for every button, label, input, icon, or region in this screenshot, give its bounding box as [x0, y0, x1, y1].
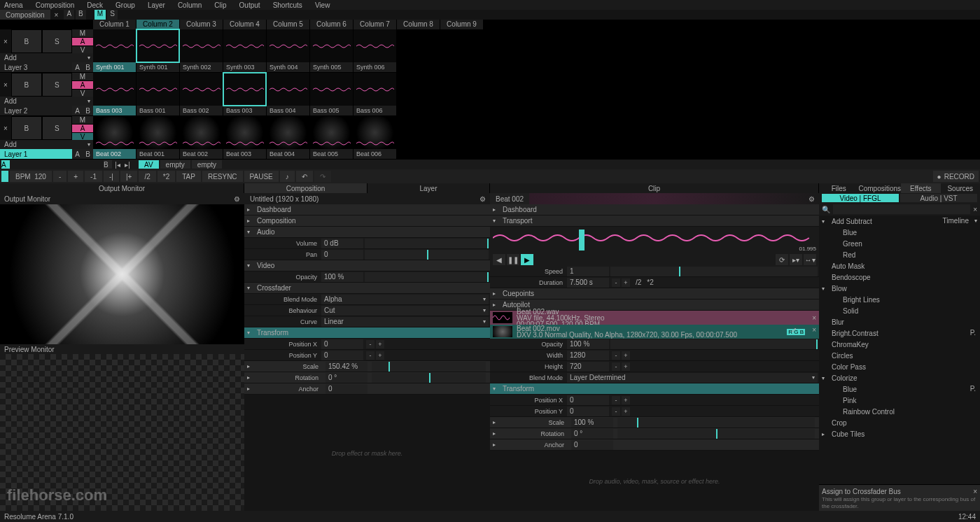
- clip-cell[interactable]: Bass 003: [93, 73, 136, 115]
- layer-m-button[interactable]: M: [72, 116, 93, 125]
- duration-pm[interactable]: -+: [612, 278, 630, 287]
- sources-tab[interactable]: Sources: [941, 183, 980, 193]
- clip-opacity-value[interactable]: 100 %: [567, 339, 609, 349]
- speed-value[interactable]: 1: [567, 267, 609, 276]
- effect-item[interactable]: Crop: [819, 417, 980, 428]
- layer-bypass-button[interactable]: B: [11, 29, 42, 53]
- effect-item[interactable]: Pink: [819, 395, 980, 406]
- clip-cell[interactable]: Beat 005: [310, 116, 354, 159]
- menu-layer[interactable]: Layer: [148, 1, 165, 9]
- height-pm[interactable]: -+: [612, 362, 630, 371]
- comp-anchor-section[interactable]: ▸Anchor0: [244, 383, 490, 395]
- layer-ab-b[interactable]: B: [83, 62, 93, 72]
- layer-tab-panel[interactable]: Layer: [368, 183, 490, 193]
- empty-pill-2[interactable]: empty: [192, 160, 222, 169]
- clip-cell[interactable]: Synth 001: [93, 29, 136, 72]
- audio-vst-tab[interactable]: Audio | VST: [900, 194, 977, 202]
- effect-item[interactable]: Color Pass: [819, 361, 980, 372]
- audio-close-icon[interactable]: ×: [812, 314, 816, 322]
- clip-cell[interactable]: Beat 006: [354, 116, 397, 159]
- effect-item[interactable]: Red: [819, 249, 980, 260]
- play-reverse-button[interactable]: ◀: [493, 254, 505, 265]
- redo-button[interactable]: ↷: [314, 171, 331, 182]
- video-media-block[interactable]: Beat 002.movDXV 3.0 Normal Quality, No A…: [490, 325, 819, 339]
- opacity-value[interactable]: 100 %: [321, 272, 363, 282]
- column-1[interactable]: Column 1: [93, 20, 136, 29]
- composition-tab-panel[interactable]: Composition: [244, 183, 368, 193]
- av-pill[interactable]: AV: [139, 160, 159, 169]
- behaviour-dropdown[interactable]: Cut: [321, 306, 489, 316]
- effect-item[interactable]: Bright Lines: [819, 294, 980, 305]
- clip-drop-hint[interactable]: Drop audio, video, mask, source or effec…: [490, 451, 819, 512]
- layer-solo-button[interactable]: S: [42, 116, 73, 140]
- clip-cell[interactable]: Synth 002: [180, 29, 223, 72]
- anchor-value[interactable]: 0: [326, 384, 368, 394]
- menu-arena[interactable]: Arena: [4, 1, 23, 9]
- width-pm[interactable]: -+: [612, 351, 630, 360]
- rotation-value[interactable]: 0 °: [326, 373, 368, 383]
- beatloop-button[interactable]: ↔▾: [804, 254, 816, 265]
- deck-m-button[interactable]: M: [94, 10, 106, 20]
- layer-name[interactable]: Layer 2: [0, 106, 72, 115]
- effects-tab[interactable]: Effects: [901, 183, 940, 193]
- comp-scale-section[interactable]: ▸Scale150.42 %: [244, 361, 490, 372]
- clip-opacity-slider[interactable]: [610, 339, 818, 349]
- column-5[interactable]: Column 5: [267, 20, 310, 29]
- bpm-double[interactable]: *2: [158, 171, 175, 182]
- posx-pm[interactable]: -+: [366, 340, 384, 348]
- clip-cell[interactable]: Bass 004: [267, 73, 310, 115]
- pause-button[interactable]: ❚❚: [507, 254, 519, 265]
- clip-gear-icon[interactable]: ⚙: [808, 195, 815, 203]
- posx-value[interactable]: 0: [321, 339, 363, 349]
- play-button[interactable]: ▶: [521, 254, 533, 265]
- deck-b-button[interactable]: B: [76, 10, 86, 20]
- column-3[interactable]: Column 3: [180, 20, 223, 29]
- effect-item[interactable]: Solid: [819, 305, 980, 316]
- layer-ab-b[interactable]: B: [83, 106, 93, 115]
- menu-group[interactable]: Group: [115, 1, 135, 9]
- clip-cell[interactable]: Bass 001: [136, 73, 180, 115]
- clip-cell[interactable]: Synth 003: [223, 29, 267, 72]
- column-9[interactable]: Column 9: [440, 20, 484, 29]
- posy-value[interactable]: 0: [321, 351, 363, 360]
- layer-close-icon[interactable]: ×: [0, 73, 11, 97]
- layer-name[interactable]: Layer 1: [0, 149, 72, 159]
- clip-cell[interactable]: Bass 003: [223, 73, 267, 115]
- speed-slider[interactable]: [610, 267, 818, 276]
- clip-cell[interactable]: Beat 002: [180, 116, 223, 159]
- record-button[interactable]: RECORD: [933, 171, 979, 182]
- comp-drop-hint[interactable]: Drop effect or mask here.: [244, 395, 490, 512]
- blendmode-dropdown[interactable]: Alpha: [321, 295, 489, 304]
- layer-close-icon[interactable]: ×: [0, 29, 11, 53]
- output-view[interactable]: [0, 204, 244, 344]
- clip-rotation-section[interactable]: ▸Rotation0 °: [490, 428, 819, 439]
- duration-double[interactable]: *2: [644, 278, 656, 286]
- scale-value[interactable]: 150.42 %: [326, 362, 368, 372]
- menu-clip[interactable]: Clip: [214, 1, 226, 9]
- effect-item[interactable]: Blue: [819, 383, 980, 395]
- loop-button[interactable]: ⟳: [776, 254, 788, 265]
- transport-timeline-dropdown[interactable]: Timeline: [943, 217, 969, 225]
- assign-close-icon[interactable]: ×: [973, 488, 977, 495]
- clip-transform-p-icon[interactable]: P.: [970, 385, 976, 393]
- bpm-nudge-left[interactable]: -|: [104, 171, 119, 182]
- clip-anchor-value[interactable]: 0: [571, 440, 613, 450]
- scale-slider[interactable]: [372, 362, 486, 372]
- clip-cell[interactable]: Synth 005: [310, 29, 354, 72]
- effect-item[interactable]: ▾Colorize: [819, 372, 980, 383]
- pan-value[interactable]: 0: [321, 250, 363, 260]
- layer-a-button[interactable]: A: [72, 81, 93, 90]
- clip-cell[interactable]: Beat 003: [223, 116, 267, 159]
- deck-a-button[interactable]: A: [64, 10, 74, 20]
- rotation-slider[interactable]: [372, 373, 486, 383]
- search-clear-icon[interactable]: ×: [973, 206, 977, 213]
- menu-shortcuts[interactable]: Shortcuts: [273, 1, 302, 9]
- bpm-plus[interactable]: +: [68, 171, 83, 182]
- video-ffgl-tab[interactable]: Video | FFGL: [822, 194, 899, 202]
- comp-video-section[interactable]: ▾Video: [244, 260, 490, 271]
- clip-rotation-slider[interactable]: [617, 429, 815, 439]
- bpm-toggle[interactable]: [1, 171, 8, 182]
- curve-dropdown[interactable]: Linear: [321, 317, 489, 327]
- effect-item[interactable]: ChromaKey: [819, 339, 980, 350]
- clip-cell[interactable]: Beat 001: [136, 116, 180, 159]
